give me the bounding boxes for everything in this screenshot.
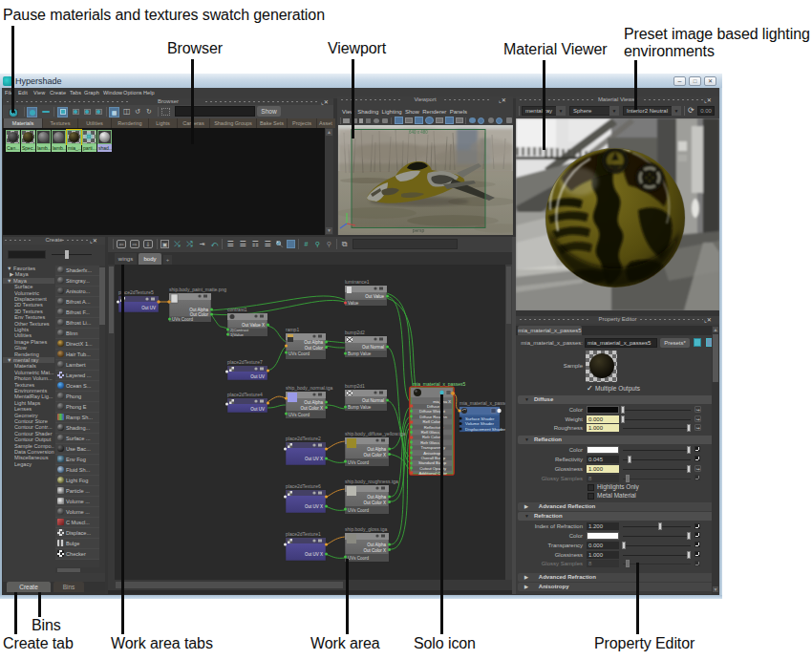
svg-text:Out Color X: Out Color X	[363, 453, 386, 458]
svg-text:persp: persp	[413, 227, 425, 233]
svg-text:Diffuse Roughn: Diffuse Roughn	[419, 415, 447, 419]
svg-text:Out UV: Out UV	[141, 306, 156, 310]
svg-text:1|Value: 1|Value	[230, 332, 244, 337]
svg-text:Out UV X: Out UV X	[305, 504, 323, 509]
svg-text:ramp1: ramp1	[286, 327, 299, 332]
svg-text:Out Alpha: Out Alpha	[304, 340, 323, 345]
svg-text:Out Alpha: Out Alpha	[367, 543, 386, 547]
svg-text:place2dTexture4: place2dTexture4	[227, 392, 263, 397]
svg-text:luminance1: luminance1	[345, 279, 370, 285]
svg-text:UVs Coord: UVs Coord	[288, 351, 310, 356]
svg-text:640 x 480: 640 x 480	[409, 130, 428, 135]
svg-text:Refr Gloss: Refr Gloss	[420, 440, 439, 445]
svg-text:UVs Coord: UVs Coord	[288, 413, 310, 417]
svg-text:UVs Coord: UVs Coord	[348, 556, 370, 561]
svg-text:Bump Value: Bump Value	[348, 351, 372, 356]
svg-text:Out Color X: Out Color X	[363, 548, 386, 553]
svg-text:place2dTexture6: place2dTexture6	[286, 483, 321, 489]
svg-text:Out Alpha: Out Alpha	[304, 400, 323, 405]
svg-text:ship.body_paint_matte.png: ship.body_paint_matte.png	[169, 287, 226, 292]
svg-text:Refr Color: Refr Color	[422, 435, 441, 439]
svg-text:mia_material_x_passes5: mia_material_x_passes5	[413, 381, 466, 387]
svg-text:bump2d2: bump2d2	[345, 330, 365, 335]
svg-text:Out UV: Out UV	[250, 407, 265, 412]
svg-text:Out Alpha: Out Alpha	[367, 447, 386, 452]
svg-text:Value: Value	[348, 301, 359, 306]
svg-text:Refl Gloss: Refl Gloss	[421, 430, 439, 435]
svg-text:UVs Coord: UVs Coord	[348, 508, 370, 513]
svg-text:UVs Coord: UVs Coord	[172, 317, 194, 322]
svg-text:Out UV X: Out UV X	[305, 552, 323, 557]
svg-text:contrast1: contrast1	[227, 307, 247, 312]
svg-text:Out Color X: Out Color X	[363, 500, 386, 505]
svg-text:place2dTexture7: place2dTexture7	[227, 359, 263, 365]
svg-text:bump2d1: bump2d1	[345, 383, 365, 389]
svg-text:Out Color: Out Color	[305, 346, 324, 351]
svg-text:Bump Value: Bump Value	[348, 405, 372, 410]
svg-text:ship.body_gloss.tga: ship.body_gloss.tga	[345, 526, 387, 532]
svg-text:Out Color X: Out Color X	[300, 406, 323, 411]
svg-text:Out UV: Out UV	[250, 374, 265, 379]
svg-text:Out Normal: Out Normal	[362, 345, 384, 350]
svg-text:place2dTexture2: place2dTexture2	[286, 436, 321, 441]
svg-text:Out Value: Out Value	[365, 294, 384, 299]
svg-text:Out UV X: Out UV X	[305, 457, 323, 461]
svg-text:Out Normal: Out Normal	[362, 398, 384, 403]
svg-text:Refl Color: Refl Color	[422, 419, 440, 424]
svg-text:ship_body_normal.tga: ship_body_normal.tga	[286, 385, 332, 391]
svg-text:place2dTexture1: place2dTexture1	[286, 531, 321, 537]
svg-text:Out Alpha: Out Alpha	[367, 495, 386, 500]
svg-text:Diffuse: Diffuse	[427, 404, 440, 409]
svg-text:ship.body_diffuse_yellow.tga: ship.body_diffuse_yellow.tga	[345, 431, 406, 436]
svg-text:Additional Color: Additional Color	[418, 471, 447, 476]
svg-text:ship.body_roughness.tga: ship.body_roughness.tga	[345, 479, 398, 484]
svg-text:UVs Coord: UVs Coord	[348, 460, 370, 465]
